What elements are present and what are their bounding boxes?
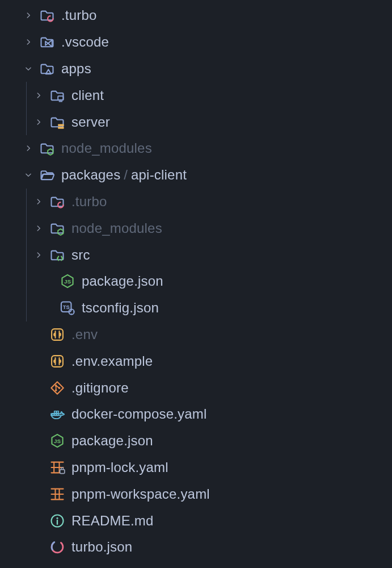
tree-row-apps[interactable]: apps <box>0 56 392 82</box>
indent-guide <box>26 108 27 135</box>
chevron-right-icon[interactable] <box>33 224 44 232</box>
folder-turbo-icon <box>49 193 66 210</box>
chevron-right-icon[interactable] <box>23 11 34 19</box>
tree-row-readme-md[interactable]: README.md <box>0 507 392 534</box>
path-separator: / <box>124 167 128 183</box>
tree-item-label: tsconfig.json <box>82 300 159 316</box>
tree-item-label: package.json <box>71 433 153 449</box>
indent-guide <box>26 295 27 321</box>
svg-rect-20 <box>60 469 65 473</box>
tree-item-label: .vscode <box>61 34 109 50</box>
chevron-down-icon[interactable] <box>23 171 34 179</box>
tree-item-label: node_modules <box>71 220 162 236</box>
folder-vscode-icon <box>39 34 56 51</box>
tree-item-label: .env <box>71 327 98 343</box>
turbo-icon <box>49 538 66 556</box>
tree-row-tsconfig-json[interactable]: TS tsconfig.json <box>0 295 392 321</box>
tree-row--env-example[interactable]: .env.example <box>0 348 392 374</box>
tree-row--turbo[interactable]: .turbo <box>0 189 392 215</box>
env-icon <box>49 353 66 370</box>
tree-row--turbo[interactable]: .turbo <box>0 2 392 29</box>
folder-apps-icon <box>39 60 56 77</box>
folder-src-icon <box>49 247 66 264</box>
tree-item-label: src <box>71 247 90 263</box>
svg-rect-18 <box>57 411 59 414</box>
folder-node-icon <box>39 140 56 157</box>
svg-text:JS: JS <box>64 278 71 285</box>
tree-item-label: .turbo <box>71 194 107 210</box>
tree-item-label: .turbo <box>61 7 97 23</box>
svg-rect-10 <box>52 356 63 367</box>
indent-guide <box>26 268 27 295</box>
file-tree: .turbo.vscodeappsclientservernode_module… <box>0 2 392 561</box>
folder-turbo-icon <box>39 7 56 24</box>
chevron-right-icon[interactable] <box>23 38 34 46</box>
chevron-right-icon[interactable] <box>33 251 44 259</box>
tree-item-label: package.json <box>82 273 163 289</box>
tree-row-pnpm-workspace-yaml[interactable]: pnpm-workspace.yaml <box>0 481 392 507</box>
tree-row--vscode[interactable]: .vscode <box>0 29 392 56</box>
tree-item-label: turbo.json <box>71 539 132 555</box>
tree-row-client[interactable]: client <box>0 82 392 108</box>
tree-row-node-modules[interactable]: node_modules <box>0 135 392 162</box>
tree-row-package-json[interactable]: JSpackage.json <box>0 428 392 454</box>
tree-item-label: client <box>71 87 104 103</box>
folder-open-icon <box>39 166 56 183</box>
svg-text:JS: JS <box>54 438 61 444</box>
tree-item-label: .env.example <box>71 353 153 369</box>
tree-row-node-modules[interactable]: node_modules <box>0 215 392 241</box>
tree-row-server[interactable]: server <box>0 108 392 135</box>
tree-row-src[interactable]: src <box>0 241 392 268</box>
tree-item-label: pnpm-lock.yaml <box>71 460 168 475</box>
readme-icon <box>49 512 66 529</box>
svg-point-22 <box>56 517 58 519</box>
pnpm-icon <box>49 486 66 503</box>
tree-item-label: .gitignore <box>71 380 129 396</box>
svg-text:TS: TS <box>63 304 70 310</box>
indent-guide <box>26 215 27 241</box>
tree-row--env[interactable]: .env <box>0 321 392 348</box>
nodejs-icon: JS <box>59 273 76 290</box>
git-icon <box>49 379 66 396</box>
folder-client-icon <box>49 87 66 104</box>
chevron-right-icon[interactable] <box>23 144 34 152</box>
tree-item-label: README.md <box>71 513 154 529</box>
tree-item-label: node_modules <box>61 140 152 156</box>
tree-item-label-secondary: api-client <box>131 167 187 183</box>
chevron-right-icon[interactable] <box>33 91 44 99</box>
docker-icon <box>49 406 66 423</box>
tsconfig-icon: TS <box>59 299 76 316</box>
env-icon <box>49 326 66 343</box>
chevron-down-icon[interactable] <box>23 65 34 73</box>
tree-row-turbo-json[interactable]: turbo.json <box>0 534 392 561</box>
tree-row-packages[interactable]: packages/api-client <box>0 162 392 189</box>
svg-rect-17 <box>54 411 57 414</box>
tree-item-label: docker-compose.yaml <box>71 406 207 422</box>
nodejs-icon: JS <box>49 432 66 449</box>
tree-row-package-json[interactable]: JSpackage.json <box>0 268 392 295</box>
svg-rect-3 <box>58 127 64 129</box>
tree-item-label: packages <box>61 167 120 183</box>
chevron-right-icon[interactable] <box>33 118 44 126</box>
indent-guide <box>26 241 27 268</box>
tree-item-label: pnpm-workspace.yaml <box>71 486 210 502</box>
pnpm-lock-icon <box>49 459 66 476</box>
tree-row-docker-compose-yaml[interactable]: docker-compose.yaml <box>0 401 392 428</box>
indent-guide <box>26 189 27 215</box>
tree-item-label: apps <box>61 61 91 77</box>
tree-row--gitignore[interactable]: .gitignore <box>0 374 392 401</box>
tree-item-label: server <box>71 114 110 130</box>
svg-rect-2 <box>58 124 64 126</box>
chevron-right-icon[interactable] <box>33 198 44 206</box>
folder-node-icon <box>49 220 66 237</box>
indent-guide <box>26 82 27 108</box>
folder-server-icon <box>49 114 66 131</box>
svg-rect-9 <box>52 329 63 340</box>
tree-row-pnpm-lock-yaml[interactable]: pnpm-lock.yaml <box>0 454 392 481</box>
